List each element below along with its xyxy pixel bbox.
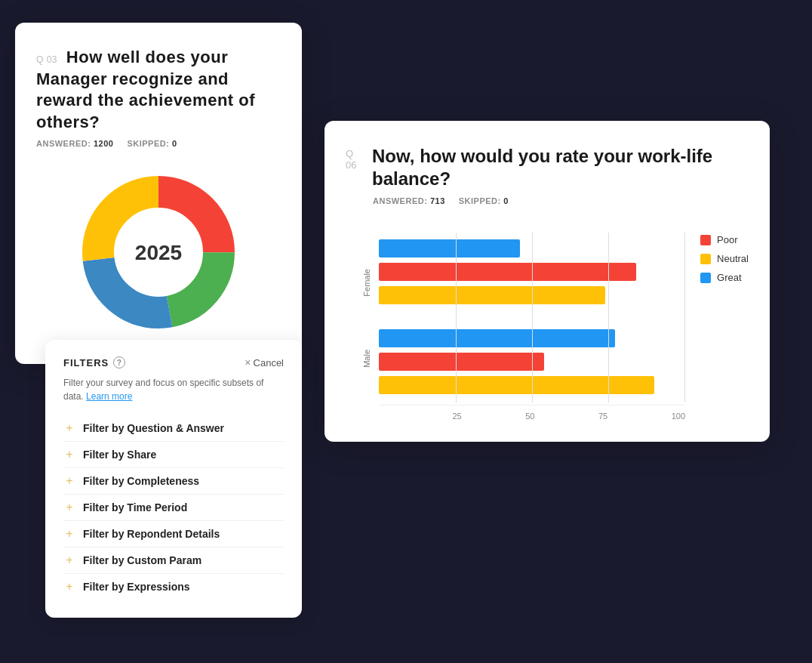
female-yellow-bar-row [379,285,685,305]
legend-dot-poor [700,235,711,245]
plus-icon-4: + [63,527,75,541]
filters-title-text: FILTERS [63,357,109,369]
bar-stats-row: ANSWERED: 713 SKIPPED: 0 [373,196,749,205]
bar-question-title: Now, how would you rate your work-life b… [372,145,749,190]
bar-question-header: Q 06 Now, how would you rate your work-l… [346,145,749,205]
female-red-bar [379,263,636,281]
legend-label-great: Great [717,272,742,283]
chart-legend: Poor Neutral Great [685,219,749,421]
donut-chart: 2025 [75,169,241,335]
female-yellow-bar [379,286,605,304]
filter-item-5[interactable]: + Filter by Custom Param [63,547,284,573]
x-axis: 25 50 75 100 [379,405,685,421]
legend-neutral: Neutral [700,253,749,264]
skipped-stat: SKIPPED: 0 [127,139,177,148]
filter-label-2: Filter by Completeness [83,475,199,487]
x-label-0: 25 [452,412,461,421]
filter-label-4: Filter by Repondent Details [83,528,220,540]
plus-icon-5: + [63,554,75,567]
plus-icon-2: + [63,474,75,488]
female-red-bar-row [379,262,685,282]
y-label-female: Female [346,245,374,321]
bar-answered-stat: ANSWERED: 713 [373,196,445,205]
y-label-male: Male [346,321,374,397]
donut-card: Q 03 How well does your Manager recogniz… [15,23,302,364]
filters-card: FILTERS ? × Cancel Filter your survey an… [45,340,302,618]
filter-label-6: Filter by Expressions [83,581,190,593]
plus-icon-6: + [63,580,75,594]
cancel-label: Cancel [254,357,284,369]
plus-icon-1: + [63,448,75,461]
plus-icon-3: + [63,501,75,514]
filters-title: FILTERS ? [63,356,125,369]
stats-row: ANSWERED: 1200 SKIPPED: 0 [36,139,281,148]
bar-skipped-stat: SKIPPED: 0 [459,196,509,205]
donut-chart-container: 2025 [36,162,281,343]
male-yellow-bar [379,376,654,394]
legend-label-poor: Poor [717,234,737,245]
bar-chart-card: Q 06 Now, how would you rate your work-l… [324,121,770,442]
bar-group-male [379,322,685,405]
legend-dot-neutral [700,254,711,264]
male-blue-bar-row [379,328,685,348]
answered-stat: ANSWERED: 1200 [36,139,113,148]
filters-help-icon[interactable]: ? [113,356,125,369]
filter-item-2[interactable]: + Filter by Completeness [63,467,284,494]
filter-item-4[interactable]: + Filter by Repondent Details [63,520,284,547]
y-axis: Female Male [346,233,379,421]
male-red-bar [379,353,544,371]
female-blue-bar-row [379,239,685,258]
filter-label-1: Filter by Share [83,449,156,461]
filter-label-0: Filter by Question & Answer [83,422,224,434]
filter-item-0[interactable]: + Filter by Question & Answer [63,415,284,441]
bar-q-number: Q 06 [346,145,364,171]
learn-more-link[interactable]: Learn more [86,391,132,402]
cancel-button[interactable]: × Cancel [245,356,284,369]
x-label-2: 75 [598,412,607,421]
q-number: Q 03 [36,54,57,65]
bar-group-female [379,233,685,318]
q-number-label: Q 03 How well does your Manager recogniz… [36,47,281,133]
filter-item-1[interactable]: + Filter by Share [63,441,284,467]
donut-center-value: 2025 [135,241,182,264]
filters-header: FILTERS ? × Cancel [63,356,284,369]
filters-description: Filter your survey and focus on specific… [63,376,284,403]
filter-label-3: Filter by Time Period [83,501,187,513]
x-label-3: 100 [672,412,685,421]
bar-chart-area: Female Male [346,233,685,421]
filter-item-6[interactable]: + Filter by Expressions [63,573,284,600]
filter-item-3[interactable]: + Filter by Time Period [63,494,284,520]
legend-poor: Poor [700,234,749,245]
plus-icon-0: + [63,421,75,435]
question-title: How well does your Manager recognize and… [36,48,255,131]
bar-chart-with-legend: Female Male [346,219,749,421]
filter-label-5: Filter by Custom Param [83,554,201,566]
legend-label-neutral: Neutral [717,253,749,264]
filter-items-list: + Filter by Question & Answer + Filter b… [63,415,284,600]
cancel-x-icon: × [245,356,251,369]
male-yellow-bar-row [379,375,685,395]
chart-columns: 25 50 75 100 [379,233,685,421]
male-blue-bar [379,329,615,347]
legend-great: Great [700,272,749,283]
male-red-bar-row [379,352,685,372]
x-label-1: 50 [525,412,534,421]
legend-dot-great [700,273,711,283]
female-blue-bar [379,239,520,257]
